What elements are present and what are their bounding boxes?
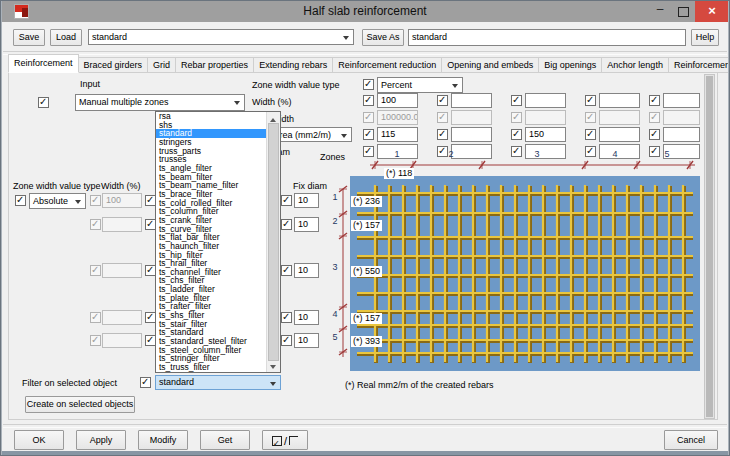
help-button[interactable]: Help — [691, 29, 719, 46]
ok-button[interactable]: OK — [14, 430, 64, 450]
v-fix-diam-checkbox[interactable] — [281, 195, 292, 206]
save-button[interactable]: Save — [13, 29, 45, 46]
v-width-label: Width (%) — [101, 181, 141, 191]
h-zone-field[interactable] — [525, 110, 566, 125]
h-zone-field[interactable] — [525, 93, 566, 108]
h-zone-field[interactable] — [663, 93, 700, 108]
v-fix-diam-checkbox[interactable] — [281, 335, 292, 346]
scroll-up-icon[interactable] — [267, 112, 280, 123]
get-button[interactable]: Get — [200, 430, 250, 450]
v-width-checkbox[interactable] — [90, 195, 101, 206]
dropdown-scrollbar[interactable] — [266, 112, 280, 372]
modify-button[interactable]: Modify — [138, 430, 188, 450]
scroll-down-icon[interactable] — [267, 361, 280, 372]
h-zone-checkbox[interactable] — [649, 146, 660, 157]
h-zone-width-type-combo[interactable]: Percent — [377, 77, 463, 93]
input-checkbox[interactable] — [38, 97, 49, 108]
v-fix-diam-field[interactable]: 10 — [294, 333, 319, 348]
v-width-checkbox[interactable] — [90, 335, 101, 346]
load-button[interactable]: Load — [50, 29, 82, 46]
h-zone-field[interactable] — [451, 127, 492, 142]
filter-combo[interactable]: standard — [155, 375, 281, 390]
h-zone-checkbox[interactable] — [511, 112, 522, 123]
h-zone-number: 4 — [609, 149, 621, 159]
tab-rebar-properties[interactable]: Rebar properties — [176, 57, 254, 73]
h-zone-checkbox[interactable] — [585, 95, 596, 106]
h-zone-field[interactable]: 115 — [377, 127, 418, 142]
v-width-field[interactable] — [102, 263, 142, 278]
tab-anchor-length[interactable]: Anchor length — [602, 57, 669, 73]
v-fix-diam-field[interactable]: 10 — [294, 263, 319, 278]
h-zone-checkbox[interactable] — [511, 95, 522, 106]
dropdown-item[interactable]: rsa — [156, 112, 280, 121]
tab-reinforcement-reduction[interactable]: Reinforcement reduction — [333, 57, 442, 73]
h-zone-checkbox[interactable] — [585, 129, 596, 140]
h-zone-checkbox[interactable] — [363, 112, 374, 123]
h-zone-field[interactable]: 100000.00 — [377, 110, 418, 125]
v-width-field[interactable] — [102, 333, 142, 348]
scrollbar-thumb[interactable] — [706, 76, 713, 417]
h-zone-checkbox[interactable] — [511, 146, 522, 157]
v-fix-diam-field[interactable]: 10 — [294, 217, 319, 232]
h-zone-checkbox[interactable] — [363, 129, 374, 140]
v-fix-diam-field[interactable]: 10 — [294, 310, 319, 325]
v-width-checkbox[interactable] — [90, 265, 101, 276]
h-zone-checkbox[interactable] — [363, 95, 374, 106]
h-zone-checkbox[interactable] — [649, 95, 660, 106]
maximize-button[interactable] — [672, 1, 694, 22]
filter-checkbox[interactable] — [140, 377, 151, 388]
h-zone-checkbox[interactable] — [437, 129, 448, 140]
v-fix-diam-checkbox[interactable] — [281, 312, 292, 323]
v-zone-width-type-combo[interactable]: Absolute — [29, 193, 86, 209]
h-zone-field[interactable]: 150 — [525, 127, 566, 142]
tab-braced-girders[interactable]: Braced girders — [79, 57, 149, 73]
h-zone-checkbox[interactable] — [437, 95, 448, 106]
h-zone-field[interactable] — [663, 127, 700, 142]
save-as-input[interactable]: standard — [408, 29, 686, 46]
h-zone-checkbox[interactable] — [437, 112, 448, 123]
v-zone-width-type-checkbox[interactable] — [15, 195, 26, 206]
v-width-field[interactable]: 100 — [102, 193, 142, 208]
h-zone-checkbox[interactable] — [649, 112, 660, 123]
checkbox-toggle-button[interactable]: / — [262, 430, 308, 450]
h-zone-checkbox[interactable] — [585, 112, 596, 123]
h-zone-field[interactable] — [599, 93, 640, 108]
tab-reinforcement[interactable]: Reinforcement — [8, 54, 79, 73]
h-zone-checkbox[interactable] — [511, 129, 522, 140]
h-zone-checkbox[interactable] — [585, 146, 596, 157]
v-fix-diam-checkbox[interactable] — [281, 219, 292, 230]
tab-extending-rebars[interactable]: Extending rebars — [254, 57, 333, 73]
h-zone-checkbox[interactable] — [363, 146, 374, 157]
tab-grid[interactable]: Grid — [148, 57, 176, 73]
preset-combo[interactable]: standard — [88, 29, 354, 45]
apply-button[interactable]: Apply — [76, 430, 126, 450]
h-zone-width-type-checkbox[interactable] — [363, 79, 374, 90]
h-zone-field[interactable] — [451, 110, 492, 125]
h-zone-field[interactable] — [451, 93, 492, 108]
v-width-checkbox[interactable] — [90, 219, 101, 230]
tab-opening-and-embeds[interactable]: Opening and embeds — [442, 57, 539, 73]
h-zone-field[interactable] — [663, 110, 700, 125]
v-width-checkbox[interactable] — [90, 312, 101, 323]
tab-reinforcement-areas[interactable]: Reinforcement areas — [669, 57, 730, 73]
v-fix-diam-checkbox[interactable] — [281, 265, 292, 276]
dropdown-item[interactable]: ts_truss_filter — [156, 363, 280, 372]
input-mode-combo[interactable]: Manual multiple zones — [75, 94, 245, 111]
h-zone-checkbox[interactable] — [649, 129, 660, 140]
h-zone-field[interactable] — [599, 110, 640, 125]
v-width-field[interactable] — [102, 310, 142, 325]
filter-dropdown-list[interactable]: rsashsstandardstringerstruss_partstrusse… — [155, 111, 281, 373]
h-zone-field[interactable]: 100 — [377, 93, 418, 108]
h-zone-field[interactable] — [451, 144, 492, 159]
h-zone-field[interactable] — [599, 127, 640, 142]
scrollbar-thumb[interactable] — [268, 123, 279, 361]
close-button[interactable]: × — [695, 1, 729, 22]
v-fix-diam-field[interactable]: 10 — [294, 193, 319, 208]
minimize-button[interactable]: – — [649, 1, 671, 22]
vertical-scrollbar[interactable] — [704, 74, 715, 419]
cancel-button[interactable]: Cancel — [664, 430, 718, 450]
save-as-button[interactable]: Save As — [362, 29, 404, 46]
v-width-field[interactable] — [102, 217, 142, 232]
tab-big-openings[interactable]: Big openings — [539, 57, 602, 73]
create-on-selected-button[interactable]: Create on selected objects — [25, 396, 135, 413]
